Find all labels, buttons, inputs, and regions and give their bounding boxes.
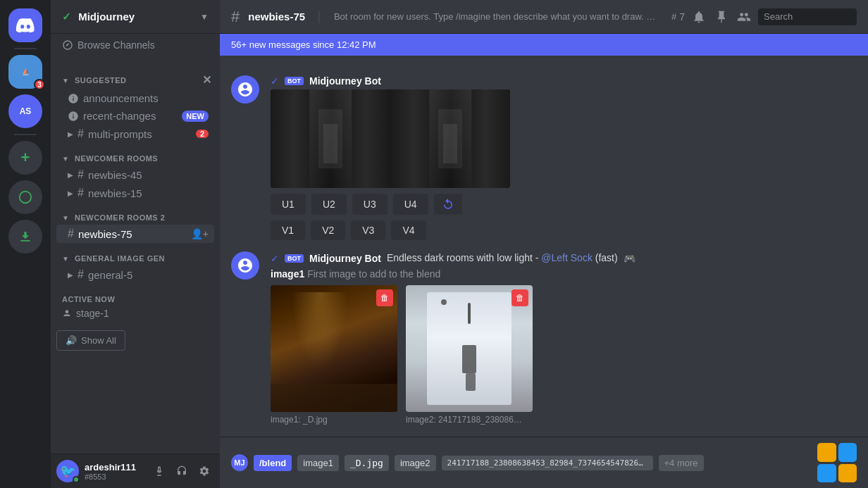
channel-announcements-name: announcements bbox=[83, 92, 159, 104]
stage-1-item[interactable]: stage-1 bbox=[62, 308, 209, 319]
section-general-image-gen[interactable]: ▼ GENERAL IMAGE GEN bbox=[51, 243, 220, 265]
blend-image-2-caption: image2: 241717188_238086… bbox=[406, 415, 533, 425]
active-now-section: ACTIVE NOW stage-1 bbox=[51, 289, 220, 325]
section-suggested-label: SUGGESTED bbox=[75, 76, 127, 85]
channel-newbies-75[interactable]: # newbies-75 👤+ bbox=[56, 225, 214, 243]
blend-description: image1 First image to add to the blend bbox=[271, 268, 857, 280]
messages-area: 56+ new messages since 12:42 PM ✓ BOT Mi… bbox=[220, 34, 868, 437]
message-1-header: ✓ BOT Midjourney Bot bbox=[271, 75, 857, 87]
v2-button[interactable]: V2 bbox=[311, 220, 345, 240]
user-tag: #8553 bbox=[85, 473, 144, 481]
server-name-header[interactable]: ✓ Midjourney ▼ bbox=[51, 0, 220, 34]
pin-button[interactable] bbox=[713, 8, 730, 25]
notifications-button[interactable] bbox=[690, 8, 707, 25]
channel-newbies-15-name: newbies-15 bbox=[88, 187, 142, 199]
bot-avatar-2 bbox=[231, 251, 259, 280]
section-newcomer-rooms[interactable]: ▼ NEWCOMER ROOMS bbox=[51, 143, 220, 165]
channel-recent-changes[interactable]: recent-changes NEW bbox=[56, 107, 214, 125]
user-info: ardeshir111 #8553 bbox=[85, 462, 144, 481]
chevron-down-icon: ▼ bbox=[200, 12, 209, 22]
section-newcomer-rooms-2-label: NEWCOMER ROOMS 2 bbox=[75, 213, 165, 222]
mention: @Left Sock bbox=[541, 252, 593, 263]
v1-button[interactable]: V1 bbox=[271, 220, 305, 240]
hash-icon-4: # bbox=[68, 227, 74, 240]
section-close-icon: ✕ bbox=[202, 73, 212, 87]
delete-image-2-button[interactable]: 🗑 bbox=[512, 289, 528, 306]
member-count: 7 bbox=[679, 11, 685, 23]
new-messages-banner[interactable]: 56+ new messages since 12:42 PM bbox=[220, 34, 868, 56]
server-icon-add[interactable]: + bbox=[8, 141, 42, 175]
u2-button[interactable]: U2 bbox=[311, 194, 347, 215]
hash-icon-2: # bbox=[78, 168, 84, 181]
message-1: ✓ BOT Midjourney Bot bbox=[231, 75, 857, 240]
refresh-button[interactable] bbox=[434, 194, 462, 215]
hash-icon-5: # bbox=[78, 268, 84, 281]
arg1-value-chip: _D.jpg bbox=[345, 455, 389, 471]
channel-newbies-45[interactable]: ▶ # newbies-45 bbox=[56, 165, 214, 184]
channel-multi-prompts[interactable]: ▶ # multi-prompts 2 bbox=[56, 125, 214, 143]
topbar-description: Bot room for new users. Type /imagine th… bbox=[334, 11, 663, 22]
channel-multi-prompts-name: multi-prompts bbox=[88, 128, 152, 140]
server-name: Midjourney bbox=[78, 11, 135, 23]
topbar-actions: # 7 bbox=[671, 8, 857, 25]
search-input[interactable] bbox=[758, 8, 857, 25]
hash-icon: # bbox=[78, 127, 84, 140]
blend-image-1-wrapper: 🗑 image1: _D.jpg bbox=[271, 285, 397, 425]
bot-avatar-1 bbox=[231, 75, 259, 104]
channel-general-5-name: general-5 bbox=[88, 269, 132, 281]
v3-button[interactable]: V3 bbox=[351, 220, 385, 240]
mute-button[interactable] bbox=[149, 461, 169, 481]
members-button[interactable] bbox=[736, 8, 752, 25]
blend-section: image1 First image to add to the blend bbox=[271, 268, 857, 425]
message-2-author: Midjourney Bot bbox=[309, 253, 381, 264]
server-sidebar: ⛵ 3 AS + bbox=[0, 0, 51, 488]
blend-desc-text: First image to add to the blend bbox=[307, 268, 440, 280]
action-buttons-row-1: U1 U2 U3 U4 bbox=[271, 194, 857, 215]
u1-button[interactable]: U1 bbox=[271, 194, 306, 215]
bot-badge-1: BOT bbox=[285, 77, 304, 85]
more-chip: +4 more bbox=[659, 455, 704, 471]
channel-announcements[interactable]: announcements bbox=[56, 89, 214, 107]
game-icon: 🎮 bbox=[624, 253, 636, 264]
add-user-icon[interactable]: 👤+ bbox=[191, 228, 209, 239]
bot-avatar-small: MJ bbox=[231, 454, 248, 471]
new-badge: NEW bbox=[182, 111, 209, 122]
channel-newbies-15[interactable]: ▶ # newbies-15 bbox=[56, 184, 214, 202]
deafen-button[interactable] bbox=[172, 461, 192, 481]
topbar: # newbies-75 │ Bot room for new users. T… bbox=[220, 0, 868, 34]
message-2-content: ✓ BOT Midjourney Bot Endless dark rooms … bbox=[271, 251, 857, 425]
channel-recent-changes-name: recent-changes bbox=[83, 110, 156, 122]
browse-channels-item[interactable]: Browse Channels bbox=[51, 34, 220, 56]
status-dot bbox=[73, 476, 80, 483]
server-icon-download[interactable] bbox=[8, 220, 42, 254]
midjourney-logo bbox=[817, 443, 857, 482]
u4-button[interactable]: U4 bbox=[393, 194, 428, 215]
message-2-header: ✓ BOT Midjourney Bot Endless dark rooms … bbox=[271, 251, 857, 265]
slash-command-bar: MJ /blend image1 _D.jpg image2 241717188… bbox=[220, 437, 868, 488]
server-icon-midjourney[interactable]: ⛵ 3 bbox=[8, 55, 42, 89]
logo-sq-2 bbox=[838, 443, 857, 462]
v4-button[interactable]: V4 bbox=[391, 220, 426, 240]
message-2-text: Endless dark rooms with low light - @Lef… bbox=[387, 251, 618, 265]
section-newcomer-rooms-2[interactable]: ▼ NEWCOMER ROOMS 2 bbox=[51, 202, 220, 225]
delete-image-1-button[interactable]: 🗑 bbox=[376, 289, 393, 306]
u3-button[interactable]: U3 bbox=[352, 194, 388, 215]
channel-general-5[interactable]: ▶ # general-5 bbox=[56, 265, 214, 284]
blend-images: 🗑 image1: _D.jpg bbox=[271, 285, 857, 425]
arg2-value-chip: 241717188_23808638453_82984_737465454782… bbox=[442, 456, 653, 470]
channel-list: ▼ SUGGESTED ✕ announcements recent-chang… bbox=[51, 56, 220, 453]
server-icon-explore[interactable] bbox=[8, 180, 42, 214]
show-all-button[interactable]: 🔊 Show All bbox=[56, 330, 125, 351]
announcement-icon-2 bbox=[68, 111, 79, 122]
ai-corridor-image bbox=[271, 89, 510, 188]
settings-button[interactable] bbox=[194, 461, 214, 481]
svg-point-1 bbox=[66, 310, 69, 313]
main-area: 56+ new messages since 12:42 PM ✓ BOT Mi… bbox=[220, 34, 868, 488]
topbar-separator: │ bbox=[316, 11, 323, 23]
server-icon-as[interactable]: AS bbox=[8, 94, 42, 128]
server-icon-discord[interactable] bbox=[8, 8, 42, 42]
logo-sq-1 bbox=[817, 443, 836, 462]
section-suggested[interactable]: ▼ SUGGESTED ✕ bbox=[51, 62, 220, 89]
channel-newbies-45-name: newbies-45 bbox=[88, 169, 142, 181]
check-icon: ✓ bbox=[62, 11, 71, 23]
